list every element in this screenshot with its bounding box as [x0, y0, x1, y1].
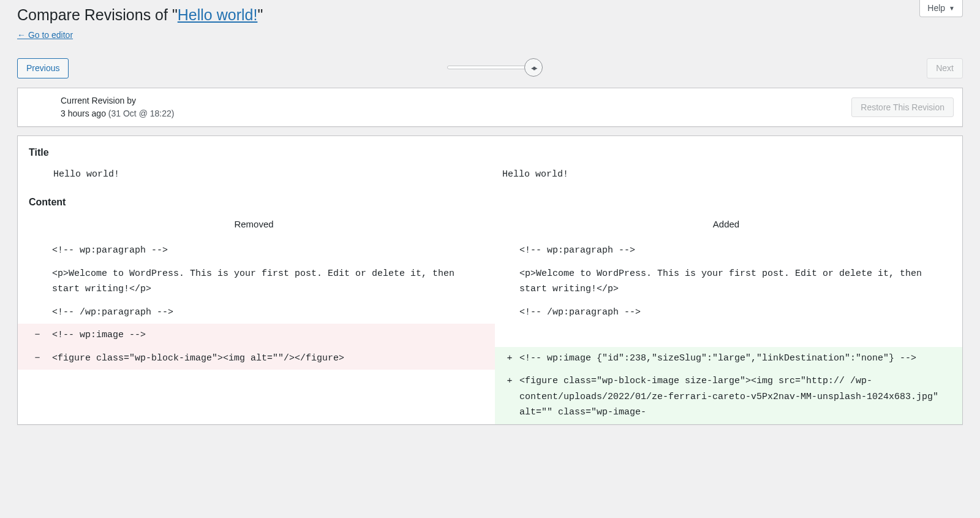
diff-cell-right: <p>Welcome to WordPress. This is your fi… — [517, 262, 962, 301]
post-title-link[interactable]: Hello world! — [178, 6, 258, 23]
revision-meta-bar: Current Revision by 3 hours ago (31 Oct … — [17, 88, 963, 127]
next-button: Next — [927, 58, 963, 78]
diff-sign-right — [495, 324, 517, 347]
content-section-heading: Content — [29, 197, 962, 208]
diff-row: −<!-- wp:image --> — [18, 324, 962, 347]
title-section-heading: Title — [29, 147, 962, 158]
diff-row: <!-- wp:paragraph --><!-- wp:paragraph -… — [18, 239, 962, 262]
diff-cell-right: <!-- wp:paragraph --> — [517, 239, 962, 262]
revision-author-line: Current Revision by — [61, 94, 174, 107]
previous-button[interactable]: Previous — [17, 58, 69, 78]
page-title-prefix: Compare Revisions of " — [17, 6, 178, 23]
diff-cell-left: <p>Welcome to WordPress. This is your fi… — [50, 262, 495, 301]
chevron-down-icon: ▼ — [949, 5, 955, 12]
diff-cell-right: <figure class="wp-block-image size-large… — [517, 370, 962, 424]
diff-row: +<figure class="wp-block-image size-larg… — [18, 370, 962, 424]
removed-column-header: Removed — [18, 219, 490, 229]
title-right: Hello world! — [490, 169, 962, 180]
page-title-suffix: " — [257, 6, 263, 23]
diff-sign-left — [18, 370, 50, 424]
diff-cell-right — [517, 324, 962, 347]
diff-sign-right — [495, 262, 517, 301]
diff-cell-left: <!-- wp:image --> — [50, 324, 495, 347]
page-title: Compare Revisions of "Hello world!" — [17, 0, 963, 24]
diff-row: −<figure class="wp-block-image"><img alt… — [18, 347, 962, 370]
slider-handle[interactable]: ◂▸ — [524, 58, 543, 77]
content-diff-header: Removed Added — [18, 219, 962, 229]
diff-cell-left: <!-- wp:paragraph --> — [50, 239, 495, 262]
title-left: Hello world! — [18, 169, 490, 180]
restore-revision-button: Restore This Revision — [851, 97, 954, 117]
help-label: Help — [927, 3, 945, 13]
diff-sign-left — [18, 262, 50, 301]
revision-nav: Previous ◂▸ Next — [17, 58, 963, 82]
diff-cell-left — [50, 370, 495, 424]
slider-track — [447, 66, 533, 69]
diff-row: <!-- /wp:paragraph --><!-- /wp:paragraph… — [18, 301, 962, 324]
diff-row: <p>Welcome to WordPress. This is your fi… — [18, 262, 962, 301]
slider-handle-icon: ◂▸ — [531, 63, 536, 72]
diff-sign-left: − — [18, 324, 50, 347]
revision-slider[interactable]: ◂▸ — [447, 64, 533, 70]
diff-sign-right — [495, 301, 517, 324]
diff-sign-left — [18, 239, 50, 262]
diff-cell-right: <!-- wp:image {"id":238,"sizeSlug":"larg… — [517, 347, 962, 370]
revision-meta-text: Current Revision by 3 hours ago (31 Oct … — [61, 94, 174, 120]
title-diff-row: Hello world! Hello world! — [18, 169, 962, 180]
help-tab[interactable]: Help ▼ — [919, 0, 963, 17]
diff-sign-left — [18, 301, 50, 324]
diff-sign-right — [495, 239, 517, 262]
diff-table: <!-- wp:paragraph --><!-- wp:paragraph -… — [18, 239, 962, 424]
revision-timestamp: (31 Oct @ 18:22) — [106, 109, 174, 118]
diff-cell-left: <!-- /wp:paragraph --> — [50, 301, 495, 324]
diff-sign-right: + — [495, 370, 517, 424]
diff-cell-right: <!-- /wp:paragraph --> — [517, 301, 962, 324]
diff-sign-left: − — [18, 347, 50, 370]
added-column-header: Added — [490, 219, 962, 229]
diff-cell-left: <figure class="wp-block-image"><img alt=… — [50, 347, 495, 370]
diff-container: Title Hello world! Hello world! Content … — [17, 135, 963, 425]
back-to-editor-link[interactable]: ← Go to editor — [17, 30, 73, 40]
diff-sign-right: + — [495, 347, 517, 370]
revision-ago: 3 hours ago — [61, 109, 106, 118]
